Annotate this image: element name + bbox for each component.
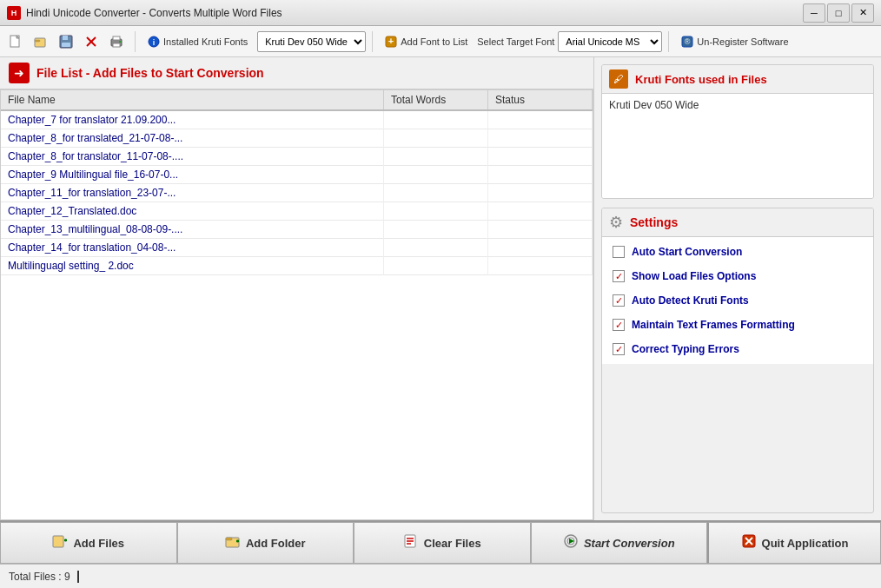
clear-files-icon: [403, 533, 419, 552]
cell-words: [384, 184, 488, 202]
add-font-btn[interactable]: + Add Font to List: [379, 32, 474, 51]
cell-status: [488, 184, 593, 202]
table-row[interactable]: Chapter_9 Multilingual file_16-07-0...: [1, 166, 593, 184]
toolbar-font-section: i Installed Kruti Fonts Kruti Dev 050 Wi…: [142, 31, 795, 52]
setting-label-0: Auto Start Conversion: [632, 246, 742, 258]
font-list-item: Kruti Dev 050 Wide: [606, 97, 870, 113]
cell-status: [488, 202, 593, 221]
setting-checkbox-4[interactable]: ✓: [613, 343, 625, 355]
svg-rect-2: [35, 38, 45, 47]
left-panel: ➜ File List - Add Files to Start Convers…: [0, 57, 594, 520]
cell-status: [488, 110, 593, 129]
status-bar: Total Files : 9: [0, 564, 881, 588]
table-row[interactable]: Chapter_7 for translator 21.09.200...: [1, 110, 593, 129]
toolbar-print-btn[interactable]: [104, 30, 129, 54]
toolbar-sep-3: [668, 31, 669, 52]
total-files-label: Total Files : 9: [9, 571, 70, 583]
cell-words: [384, 129, 488, 148]
cell-filename: Chapter_13_multilingual_08-08-09-....: [1, 221, 384, 239]
setting-item-2[interactable]: ✓ Auto Detect Kruti Fonts: [613, 294, 863, 307]
toolbar-new-btn[interactable]: [3, 30, 28, 54]
setting-label-4: Correct Typing Errors: [632, 343, 739, 355]
settings-section: ⚙ Settings Auto Start Conversion ✓ Show …: [601, 208, 874, 513]
setting-item-1[interactable]: ✓ Show Load Files Options: [613, 270, 863, 282]
clear-files-button[interactable]: Clear Files: [354, 522, 531, 564]
app-icon: H: [7, 6, 21, 20]
bottom-buttons: Add Files Add Folder Clear Files Start C…: [0, 520, 881, 564]
table-row[interactable]: Chapter_8_for translator_11-07-08-....: [1, 148, 593, 166]
toolbar-open-btn[interactable]: [29, 30, 53, 54]
select-target-label: Select Target Font: [477, 36, 554, 47]
cell-status: [488, 257, 593, 275]
title-bar-controls[interactable]: ─ □ ✕: [803, 3, 874, 23]
start-conversion-button[interactable]: Start Conversion: [531, 522, 708, 564]
toolbar-file-buttons: [3, 30, 129, 54]
setting-checkbox-3[interactable]: ✓: [613, 319, 625, 331]
table-row[interactable]: Chapter_11_for translation_23-07-...: [1, 184, 593, 202]
cell-words: [384, 202, 488, 221]
table-row[interactable]: Chapter_12_Translated.doc: [1, 202, 593, 221]
quit-button[interactable]: Quit Application: [707, 522, 881, 564]
add-folder-label: Add Folder: [246, 537, 306, 550]
setting-label-1: Show Load Files Options: [632, 270, 756, 282]
start-conversion-label: Start Conversion: [584, 537, 675, 550]
toolbar-save-btn[interactable]: [54, 30, 78, 54]
unregister-btn[interactable]: ® Un-Register Software: [675, 32, 794, 51]
setting-label-2: Auto Detect Kruti Fonts: [632, 294, 749, 307]
settings-icon: ⚙: [609, 213, 623, 232]
svg-text:+: +: [388, 36, 394, 46]
installed-fonts-label: Installed Kruti Fonts: [163, 36, 248, 47]
col-words: Total Words: [384, 90, 488, 110]
svg-rect-19: [53, 536, 63, 547]
cell-filename: Chapter_12_Translated.doc: [1, 202, 384, 221]
setting-item-4[interactable]: ✓ Correct Typing Errors: [613, 343, 863, 355]
cell-filename: Chapter_8_for translated_21-07-08-...: [1, 129, 384, 148]
svg-rect-11: [113, 43, 120, 47]
table-row[interactable]: Chapter_8_for translated_21-07-08-...: [1, 129, 593, 148]
target-font-select[interactable]: Arial Unicode MS: [558, 31, 662, 52]
table-row[interactable]: Multilinguagl setting_ 2.doc: [1, 257, 593, 275]
setting-checkbox-1[interactable]: ✓: [613, 270, 625, 282]
clear-files-label: Clear Files: [424, 537, 481, 550]
toolbar-sep-1: [135, 31, 136, 52]
cell-words: [384, 148, 488, 166]
setting-item-3[interactable]: ✓ Maintain Text Frames Formatting: [613, 319, 863, 331]
file-table-container[interactable]: File Name Total Words Status Chapter_7 f…: [0, 89, 593, 520]
setting-checkbox-0[interactable]: [613, 246, 625, 258]
add-files-button[interactable]: Add Files: [0, 522, 177, 564]
file-list-header: ➜ File List - Add Files to Start Convers…: [0, 57, 593, 89]
cursor: [77, 571, 79, 583]
toolbar-sep-2: [372, 31, 373, 52]
right-panel: 🖋 Kruti Fonts used in Files Kruti Dev 05…: [594, 57, 881, 520]
main-content: ➜ File List - Add Files to Start Convers…: [0, 57, 881, 520]
cell-status: [488, 148, 593, 166]
setting-item-0[interactable]: Auto Start Conversion: [613, 246, 863, 258]
fonts-list: Kruti Dev 050 Wide: [602, 94, 873, 198]
setting-label-3: Maintain Text Frames Formatting: [632, 319, 795, 331]
col-filename: File Name: [1, 90, 384, 110]
add-font-label: Add Font to List: [401, 36, 467, 47]
col-status: Status: [488, 90, 593, 110]
cell-words: [384, 221, 488, 239]
close-button[interactable]: ✕: [851, 3, 874, 23]
svg-rect-23: [226, 538, 232, 540]
table-row[interactable]: Chapter_14_for translation_04-08-...: [1, 239, 593, 257]
cell-filename: Multilinguagl setting_ 2.doc: [1, 257, 384, 275]
add-folder-button[interactable]: Add Folder: [177, 522, 354, 564]
title-bar: H Hindi Unicode Converter - Converts Mul…: [0, 0, 881, 26]
cell-status: [488, 129, 593, 148]
start-conversion-icon: [563, 533, 579, 552]
maximize-button[interactable]: □: [827, 3, 850, 23]
source-font-select[interactable]: Kruti Dev 050 Wide: [257, 31, 366, 52]
toolbar: i Installed Kruti Fonts Kruti Dev 050 Wi…: [0, 26, 881, 57]
installed-fonts-btn[interactable]: i Installed Kruti Fonts: [142, 32, 254, 51]
svg-point-12: [119, 41, 121, 43]
minimize-button[interactable]: ─: [803, 3, 825, 23]
cell-words: [384, 166, 488, 184]
setting-checkbox-2[interactable]: ✓: [613, 294, 625, 307]
svg-rect-3: [35, 40, 40, 42]
cell-filename: Chapter_7 for translator 21.09.200...: [1, 110, 384, 129]
svg-rect-10: [113, 36, 120, 40]
toolbar-delete-btn[interactable]: [79, 30, 103, 54]
table-row[interactable]: Chapter_13_multilingual_08-08-09-....: [1, 221, 593, 239]
